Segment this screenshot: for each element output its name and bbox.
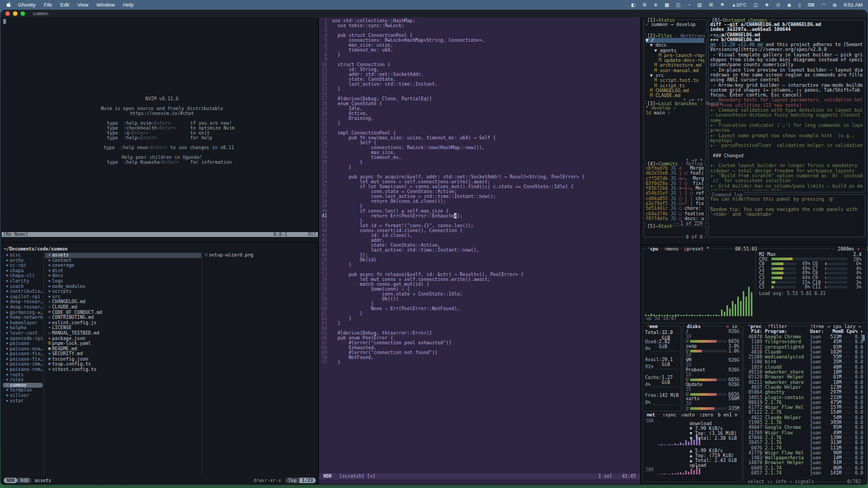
code-line[interactable]: 15 } — [319, 87, 640, 92]
volume-icon[interactable]: ◧ — [631, 2, 635, 8]
btop-proc-box[interactable]: ⁴proc ffilter ttree ← cpu lazy → Pid:Pro… — [743, 326, 866, 482]
branch-row[interactable]: 1d main ✓ — [646, 111, 704, 115]
yazi-file-item[interactable]: ▭MANUAL_TESTBED.md — [45, 331, 201, 336]
process-row[interactable]: 14078Browser Helperjuan91M0.0 — [746, 460, 863, 465]
process-row[interactable]: 34915plugin-containjuan231M0.0 — [746, 395, 863, 400]
changed-file-row[interactable]: ▼ agents — [646, 48, 704, 53]
code-line[interactable]: 51 } — [319, 262, 640, 267]
process-row[interactable]: 871222.1.76juan154M0.0 — [746, 410, 863, 415]
process-row[interactable]: 719952.1.76juan395M0.0 — [746, 420, 863, 425]
code-line[interactable]: 71 } — [319, 360, 640, 365]
proc-scrollbar[interactable] — [863, 335, 865, 341]
lazygit-pane[interactable]: [1]─Status ✓ summon → develop [2]─Files … — [641, 17, 867, 244]
code-line[interactable]: 18 enum ConnState { — [319, 101, 640, 106]
code-area[interactable]: 1use std::collections::HashMap; 2 use to… — [319, 18, 640, 365]
screenshot-icon[interactable]: ◰ — [676, 2, 680, 8]
yazi-parent-item[interactable]: ▪gardening-w… — [3, 310, 43, 316]
dropbox-icon[interactable]: ⌘ — [709, 2, 713, 8]
yazi-file-item[interactable]: ▣tsup.config.ts — [45, 362, 201, 367]
code-line[interactable]: 8 } — [319, 53, 640, 57]
changed-file-row[interactable]: ▼ src — [646, 73, 704, 78]
time-tracker-icon[interactable]: ◔ — [687, 2, 690, 8]
process-row[interactable]: 394572.1.76juan313M0.0 — [746, 440, 863, 445]
yazi-file-item[interactable]: ▪src — [45, 294, 201, 300]
process-row[interactable]: 1109fileproviderdjuan45M0.0 — [746, 339, 863, 344]
code-line[interactable]: 70 NotFound, — [319, 355, 640, 360]
process-row[interactable]: 49211mdworker_sharejuan18M0.0 — [746, 380, 863, 385]
lazygit-command-log-panel[interactable]: Command log You can hide/focus this pane… — [708, 194, 865, 237]
yazi-file-item[interactable]: ♥CODE_OF_CONDUCT.md — [45, 310, 201, 316]
process-row[interactable]: 4037Claude Helperjuan123M0.0 — [746, 385, 863, 390]
changed-file-row[interactable]: M user-manual.md — [646, 68, 704, 73]
commit-row[interactable]: f85b72b6 JG ⊙─┤─╮ Merge bra — [646, 186, 704, 191]
process-row[interactable]: 41772Wispr Flow Heljuan157M0.0 — [746, 405, 863, 410]
maximize-button[interactable] — [21, 11, 25, 16]
changed-file-row[interactable]: M script.ts — [646, 84, 704, 88]
process-row[interactable]: 4010Claudejuan102M0.0 — [746, 350, 863, 355]
battery-icon[interactable]: ▯ — [798, 2, 801, 8]
yazi-file-item[interactable]: ✦LICENSE — [45, 325, 201, 331]
yazi-parent-item[interactable]: ▪deep-resear… — [3, 305, 43, 310]
commit-row[interactable]: db2e55e8 JG │ ○ feat(setup): — [646, 171, 704, 176]
changed-file-row[interactable]: M pre-launch-report.md — [646, 53, 704, 58]
process-list[interactable]: 46878Google Chromejuan533M0.1 1109filepr… — [746, 335, 863, 480]
commit-row[interactable]: 03f0d28a JG │ ○ fix(cli): d — [646, 181, 704, 186]
yazi-parent-item[interactable]: ▪aisc — [3, 253, 43, 258]
yazi-parent-item[interactable]: ▪rules — [3, 377, 43, 383]
yazi-parent-item[interactable]: ▪deep-resear… — [3, 299, 43, 305]
yazi-parent-item[interactable]: ▪paisaxe-imm… — [3, 362, 43, 367]
yazi-file-item[interactable]: ▪dist — [45, 268, 201, 274]
yazi-file-item[interactable]: ◆package.json — [45, 336, 201, 342]
yazi-parent-item[interactable]: ▪lever-cast — [3, 331, 43, 336]
yazi-parent-item[interactable]: ▪xillver — [3, 393, 43, 399]
branch-row[interactable]: * develop ✓ — [646, 106, 704, 111]
yazi-file-item[interactable]: ▪docs — [45, 273, 201, 279]
btop-cpu-box[interactable]: ¹cpu mmenu ppreset * 08:51:03 - 2000ms +… — [642, 248, 866, 323]
process-row[interactable]: 60572.1.74juan141M0.0 — [746, 471, 863, 476]
net-interface-selector[interactable]: b en1 n — [717, 412, 738, 418]
commit-row[interactable]: a3e79af5 JG ○─╯ │ fix(setup — [646, 201, 704, 206]
record-icon[interactable]: ◉ — [787, 2, 791, 8]
code-line[interactable]: 31 } — [319, 165, 640, 170]
commit-row[interactable]: c6fdad7b JG ⊙ Merge branch — [646, 166, 704, 171]
flag-icon[interactable]: ⚑ — [720, 2, 725, 8]
yazi-parent-item[interactable]: ▪summon — [3, 383, 43, 388]
yazi-file-item[interactable]: ▪assets — [45, 253, 201, 258]
yazi-file-item[interactable]: ▪logs — [45, 279, 201, 284]
yazi-file-item[interactable]: ❖vitest.config.ts — [45, 367, 201, 373]
yazi-parent-item[interactable]: ▪paisaxe-ena… — [3, 346, 43, 352]
yazi-parent-item[interactable]: ▪clarity — [3, 279, 43, 284]
yazi-file-item[interactable]: ▭CLAUDE.md — [45, 305, 201, 310]
yazi-file-item[interactable]: ▭CHANGELOG.md — [45, 299, 201, 305]
menu-item[interactable]: File — [44, 2, 52, 8]
menu-item[interactable]: Ghostty — [18, 2, 36, 8]
changed-file-row[interactable]: ▼ docs — [646, 43, 704, 48]
yazi-parent-item[interactable]: ▪coach — [3, 284, 43, 290]
yazi-parent-item[interactable]: ▪xstar — [3, 399, 43, 404]
helix-editor-pane[interactable]: 1use std::collections::HashMap; 2 use to… — [319, 17, 640, 484]
code-line[interactable]: 38 return Ok(conn.id.clone()); — [319, 199, 640, 204]
user-icon[interactable]: ◍ — [833, 2, 837, 8]
menu-item[interactable]: Window — [97, 2, 115, 8]
bluetooth-icon[interactable]: ❖ — [765, 2, 769, 8]
keyboard-icon[interactable]: ⌨ — [808, 2, 814, 8]
menu-item[interactable]: Edit — [60, 2, 69, 8]
process-row[interactable]: 1100birdjuan35M0.0 — [746, 359, 863, 364]
yazi-parent-item[interactable]: ▪contributio… — [3, 289, 43, 294]
yazi-parent-item[interactable]: ▪cc-rpi — [3, 263, 43, 268]
temperature-indicator[interactable]: ▲10°C — [731, 2, 746, 8]
proc-column-headers[interactable]: Pid:Program:User:MemBCpu% ↑ — [746, 329, 863, 334]
yazi-file-item[interactable]: ▪node_modules — [45, 284, 201, 290]
net-sync-button[interactable]: ssync — [661, 412, 678, 418]
updates-icon[interactable]: ⚙ — [642, 2, 647, 8]
apple-menu-icon[interactable] — [5, 2, 11, 8]
changed-file-row[interactable]: ▼ / — [646, 38, 704, 43]
process-row[interactable]: 85864ghosttyjuan297M0.0 — [746, 390, 863, 395]
yazi-parent-item[interactable]: ▪paisaxe-fix… — [3, 357, 43, 362]
commit-row[interactable]: d54b31ef JG │ │ ○ refactor( — [646, 191, 704, 196]
code-line[interactable]: 50 Ok(id) — [319, 258, 640, 262]
process-row[interactable]: 60492.1.74juan86M0.0 — [746, 466, 863, 471]
code-line[interactable]: 22 } — [319, 121, 640, 126]
yazi-parent-item[interactable]: ▪kalpha — [3, 325, 43, 331]
process-row[interactable]: 25208mediaanalysisdjuan55M0.0 — [746, 355, 863, 359]
